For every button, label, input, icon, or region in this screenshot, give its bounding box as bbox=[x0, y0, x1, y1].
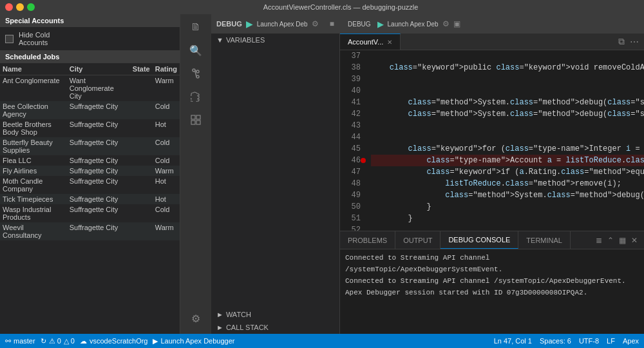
git-branch-icon: ⚯ bbox=[5, 337, 11, 345]
editor-main: DEBUG ▶ Launch Apex Deb ⚙ ▣ AccountV... … bbox=[340, 14, 644, 334]
col-rating: Rating bbox=[153, 63, 180, 75]
close-button[interactable] bbox=[5, 3, 13, 11]
code-line: class="keyword">if (a.Rating.class="meth… bbox=[371, 166, 644, 178]
job-rating: Cold bbox=[153, 155, 180, 166]
job-name: Tick Timepieces bbox=[0, 194, 67, 204]
launch-config[interactable]: Launch Apex Deb bbox=[257, 21, 308, 28]
chevron-right-callstack-icon: ► bbox=[216, 324, 223, 331]
job-name: Butterfly Beauty Supplies bbox=[0, 137, 67, 155]
code-line: listToReduce.class="method">remove(i); bbox=[371, 178, 644, 189]
table-row: Flea LLC Suffragette City Cold bbox=[0, 155, 180, 166]
code-line: } bbox=[371, 213, 644, 224]
encoding-status[interactable]: UTF-8 bbox=[579, 337, 599, 345]
panel-tab-output[interactable]: OUTPUT bbox=[395, 231, 440, 249]
org-status[interactable]: ☁ vscodeScratchOrg bbox=[80, 337, 147, 345]
code-line bbox=[371, 73, 644, 85]
tab-close-icon[interactable]: ✕ bbox=[387, 39, 392, 46]
svg-rect-5 bbox=[191, 115, 195, 119]
spaces-status[interactable]: Spaces: 6 bbox=[540, 337, 571, 345]
job-rating: Cold bbox=[153, 101, 180, 119]
vscode-area: 🗎 🔍 ⚙ DEBUG ▶ Launch Apex Deb ⚙ ■ bbox=[180, 14, 644, 334]
job-name: Wasp Industrial Products bbox=[0, 204, 67, 222]
sync-status[interactable]: ↻ ⚠ 0 △ 0 bbox=[41, 337, 75, 345]
tab-bar: AccountV... ✕ ⧉ ⋯ bbox=[340, 34, 644, 50]
table-row: Wasp Industrial Products Suffragette Cit… bbox=[0, 204, 180, 222]
editor-tab-active[interactable]: AccountV... ✕ bbox=[340, 34, 401, 50]
table-row: Beetle Brothers Body Shop Suffragette Ci… bbox=[0, 119, 180, 137]
language-status[interactable]: Apex bbox=[623, 337, 639, 345]
org-icon: ☁ bbox=[80, 337, 87, 345]
console-message: Apex Debugger session started with ID 07… bbox=[345, 287, 639, 298]
table-row: Tick Timepieces Suffragette City Hot bbox=[0, 194, 180, 204]
table-row: Ant Conglomerate Want Conglomerate City … bbox=[0, 75, 180, 102]
job-name: Weevil Consultancy bbox=[0, 222, 67, 240]
code-line: class="type-name">Account a = listToRedu… bbox=[371, 155, 644, 166]
launch-apex-status[interactable]: ▶ Launch Apex Debugger bbox=[153, 337, 234, 345]
position-status[interactable]: Ln 47, Col 1 bbox=[494, 337, 532, 345]
panel-split-icon[interactable]: ▦ bbox=[618, 235, 627, 246]
hide-cold-checkbox[interactable] bbox=[5, 35, 14, 43]
watch-header[interactable]: ► WATCH bbox=[211, 308, 339, 321]
settings-icon[interactable]: ⚙ bbox=[185, 308, 206, 329]
play-icon[interactable]: ▶ bbox=[246, 19, 253, 29]
status-right: Ln 47, Col 1 Spaces: 6 UTF-8 LF Apex bbox=[494, 337, 639, 345]
jobs-table: Name City State Rating Ant Conglomerate … bbox=[0, 63, 180, 240]
job-city: Suffragette City bbox=[67, 101, 130, 119]
line-ending-status[interactable]: LF bbox=[607, 337, 615, 345]
panel-close-icon[interactable]: ✕ bbox=[630, 235, 639, 246]
line-number: 51 bbox=[340, 213, 361, 224]
job-state bbox=[130, 75, 153, 102]
variables-section: ▼ VARIABLES bbox=[211, 34, 339, 46]
call-stack-header[interactable]: ► CALL STACK bbox=[211, 321, 339, 334]
debug-label-toolbar: DEBUG bbox=[345, 19, 374, 29]
settings-debug-icon[interactable]: ⚙ bbox=[442, 19, 450, 28]
line-number: 48 bbox=[340, 178, 361, 189]
source-control-icon[interactable] bbox=[185, 63, 206, 84]
job-city: Suffragette City bbox=[67, 204, 130, 222]
search-icon[interactable]: 🔍 bbox=[185, 40, 206, 61]
line-number: 46 bbox=[340, 155, 361, 166]
table-row: Butterfly Beauty Supplies Suffragette Ci… bbox=[0, 137, 180, 155]
sf-panel: Special Accounts Hide ColdAccounts Sched… bbox=[0, 14, 180, 334]
explorer-icon[interactable]: 🗎 bbox=[185, 17, 206, 37]
debug-label: DEBUG bbox=[216, 20, 242, 28]
launch-apex-tab[interactable]: Launch Apex Deb bbox=[388, 21, 439, 28]
more-actions-icon[interactable]: ⋯ bbox=[630, 37, 639, 47]
line-number: 45 bbox=[340, 143, 361, 155]
job-city: Suffragette City bbox=[67, 155, 130, 166]
panel-up-icon[interactable]: ⌃ bbox=[606, 235, 615, 246]
code-editor[interactable]: 3738394041424344454647484950515253545556… bbox=[340, 50, 644, 231]
play-debug-icon[interactable]: ▶ bbox=[377, 19, 384, 29]
job-rating: Hot bbox=[153, 119, 180, 137]
line-number: 50 bbox=[340, 201, 361, 213]
line-number: 41 bbox=[340, 97, 361, 108]
stop-icon[interactable]: ■ bbox=[330, 19, 334, 28]
panel-layout-icon[interactable]: ≣ bbox=[594, 235, 603, 246]
line-number: 44 bbox=[340, 131, 361, 143]
debug-icon[interactable] bbox=[185, 86, 206, 107]
activity-bar: 🗎 🔍 ⚙ bbox=[180, 14, 211, 334]
panel-tab-terminal[interactable]: TERMINAL bbox=[518, 231, 571, 249]
minimize-button[interactable] bbox=[16, 3, 24, 11]
panel-tab-problems[interactable]: PROBLEMS bbox=[340, 231, 395, 249]
maximize-button[interactable] bbox=[27, 3, 35, 11]
gear-icon[interactable]: ⚙ bbox=[312, 19, 319, 28]
job-rating: Hot bbox=[153, 176, 180, 194]
split-editor-icon[interactable]: ⧉ bbox=[618, 36, 625, 47]
error-count: ⚠ 0 bbox=[49, 337, 61, 345]
job-name: Beetle Brothers Body Shop bbox=[0, 119, 67, 137]
line-numbers: 3738394041424344454647484950515253545556… bbox=[340, 50, 366, 231]
code-line: } bbox=[371, 201, 644, 213]
terminal-icon[interactable]: ▣ bbox=[453, 19, 460, 28]
panel-tab-debug-console[interactable]: DEBUG CONSOLE bbox=[440, 231, 518, 249]
variables-header[interactable]: ▼ VARIABLES bbox=[211, 34, 339, 46]
window-title: AccountViewerController.cls — debugging-… bbox=[43, 3, 639, 11]
job-rating: Warm bbox=[153, 222, 180, 240]
code-content[interactable]: class="keyword">public class="keyword">v… bbox=[366, 50, 644, 231]
job-name: Fly Airlines bbox=[0, 166, 67, 176]
chevron-down-icon: ▼ bbox=[216, 36, 223, 44]
panel-area: PROBLEMS OUTPUT DEBUG CONSOLE TERMINAL ≣… bbox=[340, 231, 644, 334]
job-name: Bee Collection Agency bbox=[0, 101, 67, 119]
branch-status[interactable]: ⚯ master bbox=[5, 337, 35, 345]
extensions-icon[interactable] bbox=[185, 110, 206, 130]
